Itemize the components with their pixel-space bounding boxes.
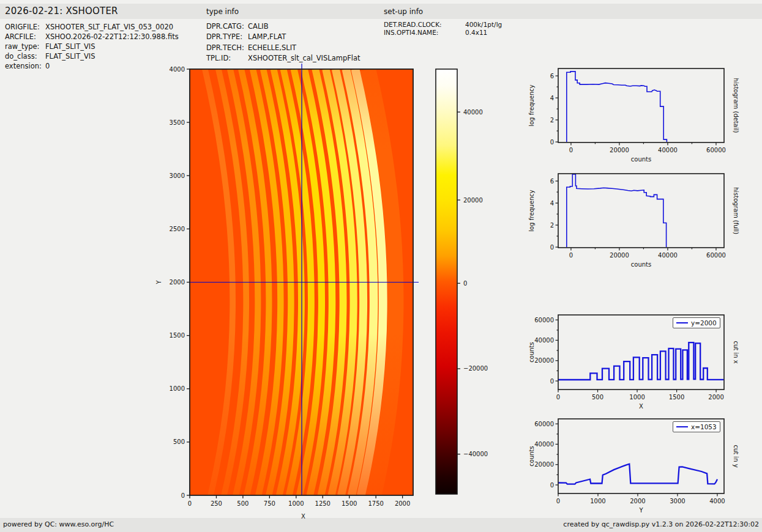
hist-detail-ylabel: log frequency xyxy=(528,84,535,127)
main-xtick-label: 500 xyxy=(237,500,248,507)
hist-detail-xtick-label: 20000 xyxy=(610,147,629,153)
type-info-heading: type info xyxy=(206,7,239,16)
file-meta-label: extension: xyxy=(5,61,45,71)
type-info-row: DPR.CATG:CALIB xyxy=(206,21,360,32)
main-ytick-label: 3000 xyxy=(170,172,185,179)
cut-x-xtick-label: 1000 xyxy=(629,394,644,401)
hist-detail-ytick-label: 4 xyxy=(550,95,554,102)
main-xtick-label: 0 xyxy=(188,500,192,507)
setup-info-row: DET.READ.CLOCK:400k/1pt/lg xyxy=(384,21,502,29)
type-info-block: DPR.CATG:CALIBDPR.TYPE:LAMP,FLATDPR.TECH… xyxy=(206,21,360,64)
main-xtick-label: 1500 xyxy=(342,500,357,507)
cut-x-xtick-label: 0 xyxy=(556,394,560,401)
hist-full-caption: histogram (full) xyxy=(733,187,739,234)
file-meta-value: XSHOO.2026-02-22T12:12:30.988.fits xyxy=(45,32,179,42)
cut-y-xtick-label: 0 xyxy=(556,498,560,504)
hist-full-chart: 02000040000600000246countslog frequencyh… xyxy=(525,165,742,271)
colorbar-gradient xyxy=(436,69,457,494)
cut-x-ylabel: counts xyxy=(528,342,535,362)
main-ytick-label: 4000 xyxy=(170,66,185,73)
cut-y-ylabel: counts xyxy=(528,446,535,466)
cut-y-legend-label: x=1053 xyxy=(691,423,717,430)
main-xtick-label: 250 xyxy=(211,500,222,507)
main-xlabel: X xyxy=(301,513,305,520)
hist-full-xtick-label: 60000 xyxy=(706,252,726,259)
type-info-row: DPR.TYPE:LAMP,FLAT xyxy=(206,32,360,42)
hist-full-xtick-label: 0 xyxy=(569,252,573,259)
cut-x-caption: cut in x xyxy=(733,341,739,363)
colorbar-tick-label: −40000 xyxy=(463,451,488,457)
file-meta-value: 0 xyxy=(45,61,50,71)
hist-full-ytick-label: 4 xyxy=(550,200,554,207)
setup-info-label: INS.OPTI4.NAME: xyxy=(384,29,465,37)
main-ytick-label: 1500 xyxy=(170,332,185,339)
main-ytick-label: 500 xyxy=(173,438,185,445)
colorbar-chart: 40000200000−20000−40000 xyxy=(430,64,509,529)
cut-y-ytick-label: 20000 xyxy=(534,461,554,468)
setup-info-label: DET.READ.CLOCK: xyxy=(384,21,465,29)
cut-y-xtick-label: 2000 xyxy=(630,498,645,504)
hist-detail-chart: 02000040000600000246countslog frequencyh… xyxy=(525,60,742,166)
file-meta-value: FLAT_SLIT_VIS xyxy=(45,51,95,61)
hist-full-axes-frame xyxy=(558,174,724,248)
cut-x-ytick-label: 40000 xyxy=(534,337,554,344)
main-ylabel: Y xyxy=(155,280,162,285)
setup-info-value: 0.4x11 xyxy=(465,29,487,37)
setup-info-value: 400k/1pt/lg xyxy=(465,21,502,29)
cut-y-xlabel: Y xyxy=(638,507,643,514)
cut-x-ticks xyxy=(556,320,717,392)
colorbar-tick-label: −20000 xyxy=(463,365,488,372)
type-info-value: LAMP,FLAT xyxy=(248,32,286,42)
hist-detail-ytick-label: 2 xyxy=(550,117,554,124)
setup-info-heading: set-up info xyxy=(384,7,423,16)
file-meta-row: ARCFILE:XSHOO.2026-02-22T12:12:30.988.fi… xyxy=(5,32,179,42)
cut-x-ytick-label: 60000 xyxy=(534,317,554,323)
main-xtick-label: 1250 xyxy=(315,500,331,507)
hist-detail-caption: histogram (detail) xyxy=(733,78,739,133)
hist-full-xtick-label: 20000 xyxy=(610,252,629,259)
main-image-chart: 0250500750100012501500175020000500100015… xyxy=(154,62,423,522)
hist-detail-axes-frame xyxy=(558,68,724,142)
cut-x-data-line xyxy=(558,342,724,380)
cut-y-caption: cut in y xyxy=(733,445,739,467)
colorbar-tick-label: 20000 xyxy=(463,197,483,204)
cut-x-legend-line-sample xyxy=(676,322,688,323)
cut-x-xtick-label: 1500 xyxy=(669,394,684,401)
cut-x-ytick-label: 0 xyxy=(550,378,554,385)
file-meta-label: raw_type: xyxy=(5,42,45,51)
hist-detail-xtick-label: 40000 xyxy=(658,147,678,153)
hist-full-ytick-label: 0 xyxy=(550,244,554,251)
hist-detail-xlabel: counts xyxy=(631,156,651,163)
hist-full-ylabel: log frequency xyxy=(528,190,535,232)
type-info-row: DPR.TECH:ECHELLE,SLIT xyxy=(206,43,360,53)
main-ytick-label: 0 xyxy=(181,492,185,499)
file-meta-row: raw_type:FLAT_SLIT_VIS xyxy=(5,42,179,51)
main-ytick-label: 2500 xyxy=(170,226,185,232)
hist-detail-xtick-label: 60000 xyxy=(706,147,726,153)
cut-y-ytick-label: 60000 xyxy=(534,421,554,427)
cut-x-xtick-label: 2000 xyxy=(708,394,723,401)
setup-info-block: DET.READ.CLOCK:400k/1pt/lgINS.OPTI4.NAME… xyxy=(384,21,502,37)
cut-x-ytick-label: 20000 xyxy=(534,357,554,364)
hist-detail-data-line xyxy=(567,72,667,142)
cut-y-legend: x=1053 xyxy=(673,421,720,432)
file-meta-label: ARCFILE: xyxy=(5,32,45,42)
type-info-label: DPR.CATG: xyxy=(206,21,248,32)
hist-full-xlabel: counts xyxy=(631,261,651,268)
type-info-label: DPR.TECH: xyxy=(206,43,248,53)
colorbar-tick-label: 40000 xyxy=(463,109,483,116)
main-xtick-label: 1000 xyxy=(288,500,304,507)
file-meta-block: ORIGFILE:XSHOOTER_SLT_FLAT_VIS_053_0020A… xyxy=(5,22,179,71)
cut-x-legend: y=2000 xyxy=(673,317,720,328)
cut-x-xtick-label: 500 xyxy=(592,394,603,401)
cut-y-xtick-label: 1000 xyxy=(590,498,605,504)
type-info-value: ECHELLE,SLIT xyxy=(248,43,296,53)
type-info-value: CALIB xyxy=(248,21,269,32)
file-meta-value: XSHOOTER_SLT_FLAT_VIS_053_0020 xyxy=(45,22,173,32)
main-xtick-label: 750 xyxy=(264,500,275,507)
cut-y-ticks xyxy=(556,424,717,496)
hist-detail-ytick-label: 6 xyxy=(550,73,554,79)
footer-created-by: created by qc_rawdisp.py v1.2.3 on 2026-… xyxy=(563,520,759,528)
hist-full-ticks xyxy=(556,181,716,250)
cut-y-xtick-label: 3000 xyxy=(670,498,685,504)
